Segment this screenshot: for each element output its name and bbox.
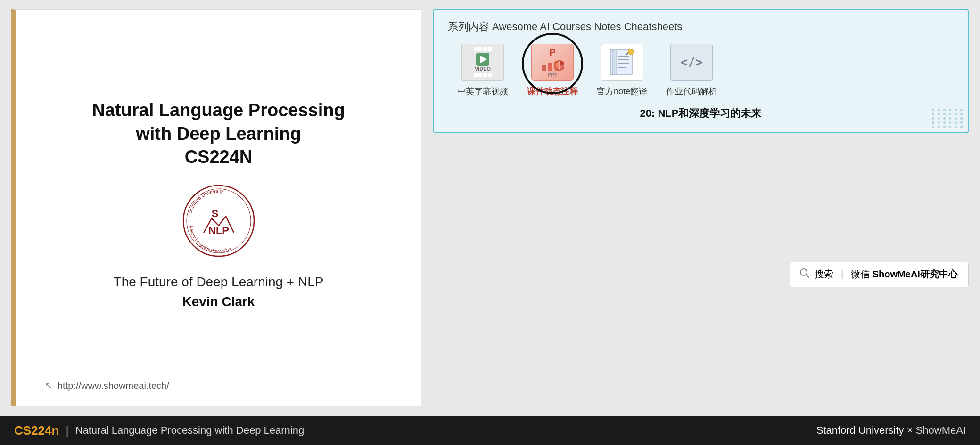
- brand-cross: × ShowMeAI: [907, 424, 966, 436]
- dotted-pattern: [932, 109, 964, 128]
- search-brand: ShowMeAI研究中心: [873, 269, 958, 279]
- search-bar[interactable]: 搜索 | 微信 ShowMeAI研究中心: [790, 262, 969, 287]
- series-icons: VIDEO 中英字幕视频: [448, 43, 954, 97]
- slide-author: Kevin Clark: [182, 294, 255, 309]
- search-label: 微信 ShowMeAI研究中心: [851, 268, 958, 281]
- code-item[interactable]: </> 作业代码解析: [666, 43, 717, 97]
- search-bar-wrap: 搜索 | 微信 ShowMeAI研究中心: [433, 142, 969, 406]
- bottom-right: Stanford University × ShowMeAI: [816, 424, 966, 437]
- svg-rect-6: [542, 65, 546, 71]
- stanford-seal: Stanford University Natural Language Pro…: [181, 183, 256, 260]
- ppt-label: 课件动态注释: [527, 86, 578, 97]
- svg-line-19: [807, 275, 809, 277]
- svg-rect-11: [612, 49, 616, 75]
- code-label: 作业代码解析: [666, 86, 717, 97]
- ppt-item[interactable]: P PPT: [527, 43, 578, 97]
- slide-panel: Natural Language Processingwith Deep Lea…: [11, 9, 421, 406]
- note-item[interactable]: 官方note翻译: [597, 43, 647, 97]
- slide-title: Natural Language Processingwith Deep Lea…: [92, 99, 345, 169]
- bottom-course-name: Natural Language Processing with Deep Le…: [75, 424, 305, 437]
- svg-point-0: [183, 186, 254, 256]
- note-label: 官方note翻译: [597, 86, 647, 97]
- series-box: 系列内容 Awesome AI Courses Notes Cheatsheet…: [433, 9, 969, 133]
- bottom-left: CS224n | Natural Language Processing wit…: [14, 423, 304, 438]
- svg-text:NLP: NLP: [208, 225, 229, 236]
- video-icon: VIDEO: [461, 44, 504, 81]
- bottom-course-code: CS224n: [14, 423, 59, 438]
- note-icon: [601, 44, 643, 81]
- search-icon: [799, 268, 810, 281]
- video-label: 中英字幕视频: [457, 86, 508, 97]
- right-panel: 系列内容 Awesome AI Courses Notes Cheatsheet…: [433, 9, 969, 406]
- series-current: 20: NLP和深度学习的未来: [448, 106, 954, 121]
- bottom-divider: |: [66, 424, 68, 437]
- series-title: 系列内容 Awesome AI Courses Notes Cheatsheet…: [448, 20, 954, 34]
- code-icon: </>: [670, 44, 713, 81]
- video-item[interactable]: VIDEO 中英字幕视频: [457, 43, 508, 97]
- ppt-icon: P PPT: [531, 44, 574, 81]
- slide-url[interactable]: http://www.showmeai.tech/: [58, 380, 169, 391]
- svg-text:S: S: [211, 208, 218, 219]
- bottom-bar: CS224n | Natural Language Processing wit…: [0, 416, 980, 445]
- slide-subtitle: The Future of Deep Learning + NLP: [114, 275, 324, 290]
- svg-text:Stanford University: Stanford University: [187, 188, 224, 214]
- search-text: 搜索: [815, 268, 833, 281]
- svg-rect-7: [548, 63, 552, 71]
- cursor-icon: ↖: [44, 380, 53, 392]
- university-name: Stanford University: [816, 424, 904, 436]
- slide-footer: ↖ http://www.showmeai.tech/: [44, 380, 169, 392]
